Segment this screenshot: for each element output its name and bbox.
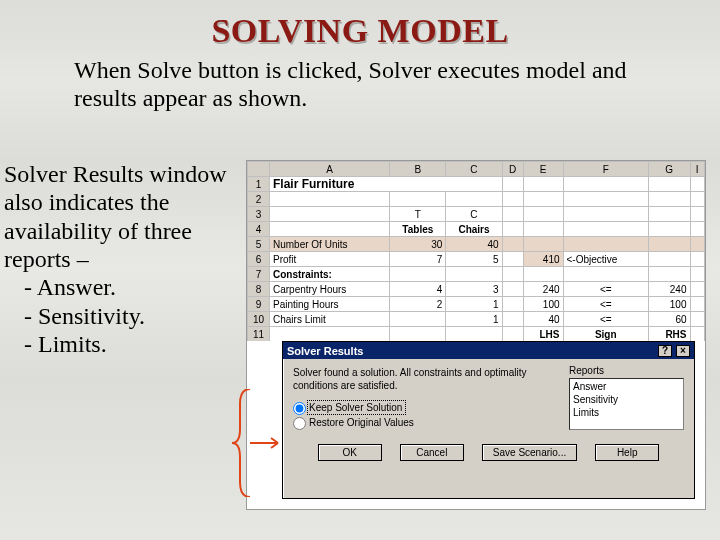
cell-b10 [390, 312, 446, 327]
bullet-answer: - Answer. [24, 273, 236, 301]
cell-c10: 1 [446, 312, 502, 327]
radio-restore-input[interactable] [293, 417, 306, 430]
cell-a6: Profit [270, 252, 390, 267]
col-d: D [502, 162, 523, 177]
cell-g9: 100 [648, 297, 690, 312]
cell-a10: Chairs Limit [270, 312, 390, 327]
dialog-title-text: Solver Results [287, 345, 363, 357]
cell-e6: 410 [523, 252, 563, 267]
slide-title: SOLVING MODEL [0, 0, 720, 50]
cell-f11: Sign [563, 327, 648, 342]
cell-f9: <= [563, 297, 648, 312]
col-c: C [446, 162, 502, 177]
cell-c8: 3 [446, 282, 502, 297]
col-b: B [390, 162, 446, 177]
cell-b5: 30 [390, 237, 446, 252]
cell-c5: 40 [446, 237, 502, 252]
reports-label: Reports [569, 365, 684, 376]
cell-g10: 60 [648, 312, 690, 327]
col-i: I [690, 162, 705, 177]
left-paragraph: Solver Results window also indicates the… [4, 160, 236, 273]
cell-c4: Chairs [446, 222, 502, 237]
left-text-block: Solver Results window also indicates the… [4, 160, 236, 358]
cell-g8: 240 [648, 282, 690, 297]
cell-b3: T [390, 207, 446, 222]
dialog-message: Solver found a solution. All constraints… [293, 367, 543, 392]
cell-b9: 2 [390, 297, 446, 312]
report-item-limits[interactable]: Limits [573, 406, 680, 419]
help-icon[interactable]: ? [658, 345, 672, 357]
cell-g11: RHS [648, 327, 690, 342]
spreadsheet-grid: A B C D E F G I 1Flair Furniture 2 3TC 4… [247, 161, 705, 341]
cell-a5: Number Of Units [270, 237, 390, 252]
dialog-titlebar: Solver Results ? × [283, 342, 694, 359]
cell-f10: <= [563, 312, 648, 327]
radio-keep-input[interactable] [293, 402, 306, 415]
close-icon[interactable]: × [676, 345, 690, 357]
cell-a7: Constraints: [270, 267, 390, 282]
cancel-button[interactable]: Cancel [400, 444, 464, 461]
cell-c9: 1 [446, 297, 502, 312]
save-scenario-button[interactable]: Save Scenario... [482, 444, 577, 461]
cell-c3: C [446, 207, 502, 222]
cell-f6: <-Objective [563, 252, 648, 267]
radio-restore-label: Restore Original Values [309, 417, 414, 428]
bullet-limits: - Limits. [24, 330, 236, 358]
cell-a1: Flair Furniture [270, 177, 503, 192]
cell-a9: Painting Hours [270, 297, 390, 312]
cell-b4: Tables [390, 222, 446, 237]
col-e: E [523, 162, 563, 177]
bullet-sensitivity: - Sensitivity. [24, 302, 236, 330]
cell-b6: 7 [390, 252, 446, 267]
col-f: F [563, 162, 648, 177]
col-g: G [648, 162, 690, 177]
solver-results-dialog: Solver Results ? × Solver found a soluti… [282, 341, 695, 499]
col-corner [248, 162, 270, 177]
cell-b8: 4 [390, 282, 446, 297]
cell-e11: LHS [523, 327, 563, 342]
cell-e9: 100 [523, 297, 563, 312]
ok-button[interactable]: OK [318, 444, 382, 461]
help-button[interactable]: Help [595, 444, 659, 461]
cell-c6: 5 [446, 252, 502, 267]
cell-a8: Carpentry Hours [270, 282, 390, 297]
report-item-answer[interactable]: Answer [573, 380, 680, 393]
col-a: A [270, 162, 390, 177]
intro-text: When Solve button is clicked, Solver exe… [74, 56, 650, 113]
cell-e10: 40 [523, 312, 563, 327]
cell-e8: 240 [523, 282, 563, 297]
reports-listbox[interactable]: Answer Sensitivity Limits [569, 378, 684, 430]
cell-f8: <= [563, 282, 648, 297]
report-item-sensitivity[interactable]: Sensitivity [573, 393, 680, 406]
spreadsheet-screenshot: A B C D E F G I 1Flair Furniture 2 3TC 4… [246, 160, 706, 510]
radio-keep-label: Keep Solver Solution [309, 402, 404, 413]
